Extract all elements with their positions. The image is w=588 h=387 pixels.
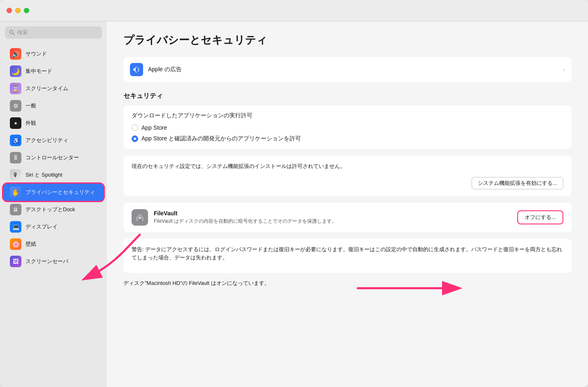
maximize-button[interactable] [24, 8, 29, 13]
focus-icon: 🌙 [10, 65, 21, 77]
sidebar: 検索 🔊 サウンド 🌙 集中モード ⌛ スクリーンタイム ⚙ 一般 ● 外観 [0, 21, 107, 387]
main-window: 検索 🔊 サウンド 🌙 集中モード ⌛ スクリーンタイム ⚙ 一般 ● 外観 [0, 0, 588, 387]
apple-ads-icon [130, 63, 143, 76]
filevault-text: FileVault FileVault はディスクの内容を自動的に暗号化すること… [154, 210, 512, 225]
sidebar-item-accessibility[interactable]: ♿ アクセシビリティ [3, 132, 104, 149]
main-layout: 検索 🔊 サウンド 🌙 集中モード ⌛ スクリーンタイム ⚙ 一般 ● 外観 [0, 21, 588, 387]
sidebar-item-screentime[interactable]: ⌛ スクリーンタイム [3, 80, 104, 97]
sidebar-item-focus[interactable]: 🌙 集中モード [3, 63, 104, 80]
sidebar-item-wallpaper[interactable]: 🌸 壁紙 [3, 235, 104, 253]
sidebar-item-appearance[interactable]: ● 外観 [3, 114, 104, 132]
svg-line-1 [13, 33, 14, 35]
screensaver-icon: 🖼 [10, 256, 21, 267]
sidebar-item-sound[interactable]: 🔊 サウンド [3, 45, 104, 63]
sidebar-label-general: 一般 [25, 102, 36, 110]
sidebar-label-screentime: スクリーンタイム [25, 85, 68, 92]
sidebar-item-control[interactable]: 🎛 コントロールセンター [3, 149, 104, 166]
svg-point-2 [139, 217, 141, 219]
apple-ads-label: Apple の広告 [148, 66, 563, 73]
filevault-description: FileVault はディスクの内容を自動的に暗号化することでそのデータを保護し… [154, 218, 512, 225]
sidebar-label-wallpaper: 壁紙 [25, 240, 36, 248]
desktop-icon: 🖥 [10, 204, 21, 215]
filevault-disk-text: ディスク"Macintosh HD"の FileVault はオンになっています… [123, 280, 572, 287]
sound-icon: 🔊 [10, 48, 21, 60]
sidebar-label-privacy: プライバシーとセキュリティ [25, 189, 95, 196]
filevault-title: FileVault [154, 210, 512, 217]
content-area: プライバシーとセキュリティ Apple の広告 › セキュリティ ダウ [107, 21, 588, 387]
security-section-label: セキュリティ [123, 92, 572, 100]
sidebar-label-display: ディスプレイ [25, 223, 58, 231]
filevault-warning-text: 警告: データにアクセスするには、ログインパスワードまたは復旧キーが必要になりま… [132, 245, 563, 263]
sidebar-label-control: コントロールセンター [25, 154, 79, 161]
download-permissions-card: ダウンロードしたアプリケーションの実行許可 App Store App Stor… [123, 105, 572, 149]
security-notice-text: 現在のセキュリティ設定では、システム機能拡張のインストールは許可されていません。 [132, 162, 563, 170]
sidebar-label-sound: サウンド [25, 50, 47, 58]
privacy-icon: ✋ [10, 187, 21, 198]
sidebar-item-screensaver[interactable]: 🖼 スクリーンセーバ [3, 253, 104, 270]
search-box[interactable]: 検索 [5, 26, 102, 39]
security-notice-card: 現在のセキュリティ設定では、システム機能拡張のインストールは許可されていません。… [123, 156, 572, 196]
download-label: ダウンロードしたアプリケーションの実行許可 [132, 112, 563, 119]
control-icon: 🎛 [10, 152, 21, 163]
siri-icon: 🎙 [10, 169, 21, 181]
radio-appstore-dev-label: App Store と確認済みの開発元からのアプリケーションを許可 [141, 135, 301, 142]
search-icon [9, 30, 15, 35]
page-title: プライバシーとセキュリティ [123, 33, 572, 47]
search-input[interactable]: 検索 [17, 29, 98, 36]
sidebar-label-siri: Siri と Spotlight [25, 171, 63, 179]
accessibility-icon: ♿ [10, 135, 21, 146]
radio-group: App Store App Store と確認済みの開発元からのアプリケーション… [132, 124, 563, 142]
filevault-warning-card: 警告: データにアクセスするには、ログインパスワードまたは復旧キーが必要になりま… [123, 239, 572, 273]
radio-appstore-dev[interactable]: App Store と確認済みの開発元からのアプリケーションを許可 [132, 135, 563, 142]
radio-appstore[interactable]: App Store [132, 124, 563, 131]
traffic-lights [7, 8, 29, 13]
appearance-icon: ● [10, 117, 21, 129]
chevron-right-icon: › [563, 66, 565, 73]
sidebar-item-general[interactable]: ⚙ 一般 [3, 97, 104, 114]
sidebar-label-screensaver: スクリーンセーバ [25, 258, 68, 265]
sidebar-item-display[interactable]: 💻 ディスプレイ [3, 218, 104, 235]
sidebar-label-desktop: デスクトップとDock [25, 206, 75, 213]
sidebar-item-siri[interactable]: 🎙 Siri と Spotlight [3, 166, 104, 184]
radio-appstore-dev-circle [132, 135, 138, 142]
radio-appstore-circle [132, 124, 138, 131]
sidebar-item-desktop[interactable]: 🖥 デスクトップとDock [3, 201, 104, 218]
apple-ads-row[interactable]: Apple の広告 › [123, 57, 572, 82]
svg-point-0 [10, 30, 13, 34]
minimize-button[interactable] [15, 8, 21, 13]
sidebar-label-accessibility: アクセシビリティ [25, 137, 68, 144]
radio-appstore-label: App Store [141, 124, 167, 131]
filevault-card: FileVault FileVault はディスクの内容を自動的に暗号化すること… [123, 203, 572, 232]
titlebar [0, 0, 588, 21]
display-icon: 💻 [10, 221, 21, 233]
sidebar-item-privacy[interactable]: ✋ プライバシーとセキュリティ [3, 184, 104, 201]
general-icon: ⚙ [10, 100, 21, 112]
enable-extensions-button[interactable]: システム機能拡張を有効にする... [472, 177, 563, 189]
screentime-icon: ⌛ [10, 83, 21, 94]
close-button[interactable] [7, 8, 12, 13]
filevault-off-button[interactable]: オフにする... [517, 210, 563, 224]
filevault-icon [132, 209, 148, 226]
wallpaper-icon: 🌸 [10, 238, 21, 250]
sidebar-label-appearance: 外観 [25, 119, 36, 127]
sidebar-label-focus: 集中モード [25, 68, 52, 75]
